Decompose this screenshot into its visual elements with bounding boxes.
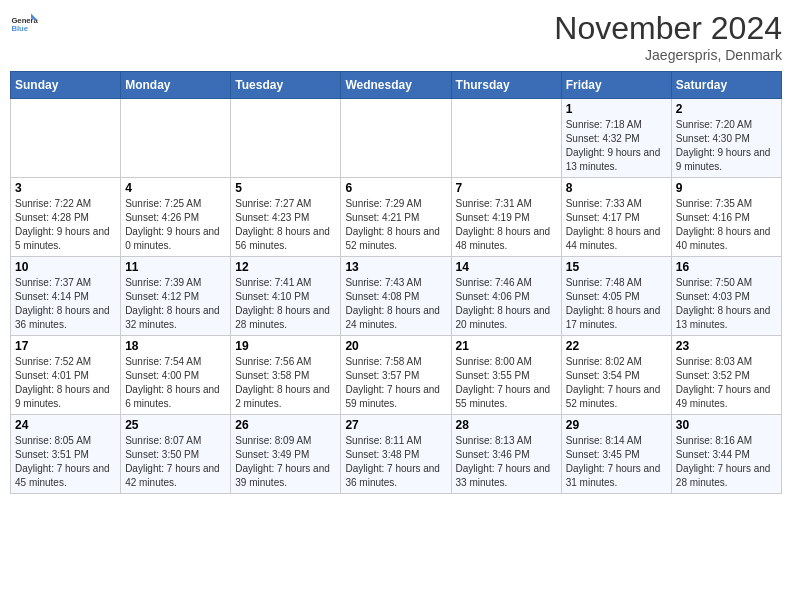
table-row: 1Sunrise: 7:18 AMSunset: 4:32 PMDaylight… (561, 99, 671, 178)
day-number: 8 (566, 181, 667, 195)
table-row: 18Sunrise: 7:54 AMSunset: 4:00 PMDayligh… (121, 336, 231, 415)
day-info: Sunrise: 7:22 AMSunset: 4:28 PMDaylight:… (15, 197, 116, 253)
location: Jaegerspris, Denmark (554, 47, 782, 63)
table-row: 24Sunrise: 8:05 AMSunset: 3:51 PMDayligh… (11, 415, 121, 494)
day-info: Sunrise: 8:11 AMSunset: 3:48 PMDaylight:… (345, 434, 446, 490)
day-number: 9 (676, 181, 777, 195)
table-row (231, 99, 341, 178)
day-number: 7 (456, 181, 557, 195)
logo: General Blue (10, 10, 38, 38)
day-info: Sunrise: 8:03 AMSunset: 3:52 PMDaylight:… (676, 355, 777, 411)
day-number: 15 (566, 260, 667, 274)
table-row (11, 99, 121, 178)
day-info: Sunrise: 8:14 AMSunset: 3:45 PMDaylight:… (566, 434, 667, 490)
table-row: 30Sunrise: 8:16 AMSunset: 3:44 PMDayligh… (671, 415, 781, 494)
day-number: 25 (125, 418, 226, 432)
day-number: 5 (235, 181, 336, 195)
day-number: 23 (676, 339, 777, 353)
table-row: 8Sunrise: 7:33 AMSunset: 4:17 PMDaylight… (561, 178, 671, 257)
day-number: 17 (15, 339, 116, 353)
calendar-table: Sunday Monday Tuesday Wednesday Thursday… (10, 71, 782, 494)
table-row (341, 99, 451, 178)
calendar-week-4: 17Sunrise: 7:52 AMSunset: 4:01 PMDayligh… (11, 336, 782, 415)
day-info: Sunrise: 7:20 AMSunset: 4:30 PMDaylight:… (676, 118, 777, 174)
day-info: Sunrise: 7:35 AMSunset: 4:16 PMDaylight:… (676, 197, 777, 253)
table-row: 21Sunrise: 8:00 AMSunset: 3:55 PMDayligh… (451, 336, 561, 415)
day-info: Sunrise: 8:16 AMSunset: 3:44 PMDaylight:… (676, 434, 777, 490)
col-tuesday: Tuesday (231, 72, 341, 99)
month-title: November 2024 (554, 10, 782, 47)
calendar-week-5: 24Sunrise: 8:05 AMSunset: 3:51 PMDayligh… (11, 415, 782, 494)
table-row: 22Sunrise: 8:02 AMSunset: 3:54 PMDayligh… (561, 336, 671, 415)
col-friday: Friday (561, 72, 671, 99)
table-row: 4Sunrise: 7:25 AMSunset: 4:26 PMDaylight… (121, 178, 231, 257)
table-row: 3Sunrise: 7:22 AMSunset: 4:28 PMDaylight… (11, 178, 121, 257)
table-row: 6Sunrise: 7:29 AMSunset: 4:21 PMDaylight… (341, 178, 451, 257)
day-info: Sunrise: 8:00 AMSunset: 3:55 PMDaylight:… (456, 355, 557, 411)
day-number: 4 (125, 181, 226, 195)
day-number: 30 (676, 418, 777, 432)
day-number: 28 (456, 418, 557, 432)
day-number: 1 (566, 102, 667, 116)
table-row: 23Sunrise: 8:03 AMSunset: 3:52 PMDayligh… (671, 336, 781, 415)
day-info: Sunrise: 8:09 AMSunset: 3:49 PMDaylight:… (235, 434, 336, 490)
day-number: 22 (566, 339, 667, 353)
day-number: 6 (345, 181, 446, 195)
day-number: 27 (345, 418, 446, 432)
svg-text:Blue: Blue (11, 24, 28, 33)
table-row: 25Sunrise: 8:07 AMSunset: 3:50 PMDayligh… (121, 415, 231, 494)
day-number: 24 (15, 418, 116, 432)
table-row: 5Sunrise: 7:27 AMSunset: 4:23 PMDaylight… (231, 178, 341, 257)
day-info: Sunrise: 7:50 AMSunset: 4:03 PMDaylight:… (676, 276, 777, 332)
col-sunday: Sunday (11, 72, 121, 99)
day-number: 10 (15, 260, 116, 274)
day-number: 20 (345, 339, 446, 353)
day-info: Sunrise: 8:02 AMSunset: 3:54 PMDaylight:… (566, 355, 667, 411)
table-row (451, 99, 561, 178)
day-info: Sunrise: 7:48 AMSunset: 4:05 PMDaylight:… (566, 276, 667, 332)
col-thursday: Thursday (451, 72, 561, 99)
calendar-week-2: 3Sunrise: 7:22 AMSunset: 4:28 PMDaylight… (11, 178, 782, 257)
day-info: Sunrise: 7:41 AMSunset: 4:10 PMDaylight:… (235, 276, 336, 332)
table-row: 19Sunrise: 7:56 AMSunset: 3:58 PMDayligh… (231, 336, 341, 415)
day-info: Sunrise: 8:07 AMSunset: 3:50 PMDaylight:… (125, 434, 226, 490)
table-row: 20Sunrise: 7:58 AMSunset: 3:57 PMDayligh… (341, 336, 451, 415)
day-number: 21 (456, 339, 557, 353)
day-info: Sunrise: 7:56 AMSunset: 3:58 PMDaylight:… (235, 355, 336, 411)
title-block: November 2024 Jaegerspris, Denmark (554, 10, 782, 63)
day-info: Sunrise: 7:54 AMSunset: 4:00 PMDaylight:… (125, 355, 226, 411)
table-row: 13Sunrise: 7:43 AMSunset: 4:08 PMDayligh… (341, 257, 451, 336)
page-header: General Blue November 2024 Jaegerspris, … (10, 10, 782, 63)
day-info: Sunrise: 7:58 AMSunset: 3:57 PMDaylight:… (345, 355, 446, 411)
day-number: 2 (676, 102, 777, 116)
day-number: 26 (235, 418, 336, 432)
calendar-week-1: 1Sunrise: 7:18 AMSunset: 4:32 PMDaylight… (11, 99, 782, 178)
table-row: 7Sunrise: 7:31 AMSunset: 4:19 PMDaylight… (451, 178, 561, 257)
calendar-header-row: Sunday Monday Tuesday Wednesday Thursday… (11, 72, 782, 99)
day-info: Sunrise: 7:29 AMSunset: 4:21 PMDaylight:… (345, 197, 446, 253)
day-number: 18 (125, 339, 226, 353)
day-info: Sunrise: 7:39 AMSunset: 4:12 PMDaylight:… (125, 276, 226, 332)
day-info: Sunrise: 7:31 AMSunset: 4:19 PMDaylight:… (456, 197, 557, 253)
day-number: 29 (566, 418, 667, 432)
table-row: 16Sunrise: 7:50 AMSunset: 4:03 PMDayligh… (671, 257, 781, 336)
day-info: Sunrise: 8:05 AMSunset: 3:51 PMDaylight:… (15, 434, 116, 490)
day-info: Sunrise: 7:27 AMSunset: 4:23 PMDaylight:… (235, 197, 336, 253)
table-row: 15Sunrise: 7:48 AMSunset: 4:05 PMDayligh… (561, 257, 671, 336)
table-row: 29Sunrise: 8:14 AMSunset: 3:45 PMDayligh… (561, 415, 671, 494)
table-row: 14Sunrise: 7:46 AMSunset: 4:06 PMDayligh… (451, 257, 561, 336)
logo-icon: General Blue (10, 10, 38, 38)
day-number: 14 (456, 260, 557, 274)
day-number: 19 (235, 339, 336, 353)
table-row: 27Sunrise: 8:11 AMSunset: 3:48 PMDayligh… (341, 415, 451, 494)
day-number: 12 (235, 260, 336, 274)
day-info: Sunrise: 7:25 AMSunset: 4:26 PMDaylight:… (125, 197, 226, 253)
col-saturday: Saturday (671, 72, 781, 99)
table-row: 17Sunrise: 7:52 AMSunset: 4:01 PMDayligh… (11, 336, 121, 415)
day-number: 16 (676, 260, 777, 274)
day-info: Sunrise: 7:18 AMSunset: 4:32 PMDaylight:… (566, 118, 667, 174)
table-row (121, 99, 231, 178)
table-row: 28Sunrise: 8:13 AMSunset: 3:46 PMDayligh… (451, 415, 561, 494)
day-number: 13 (345, 260, 446, 274)
day-info: Sunrise: 7:33 AMSunset: 4:17 PMDaylight:… (566, 197, 667, 253)
